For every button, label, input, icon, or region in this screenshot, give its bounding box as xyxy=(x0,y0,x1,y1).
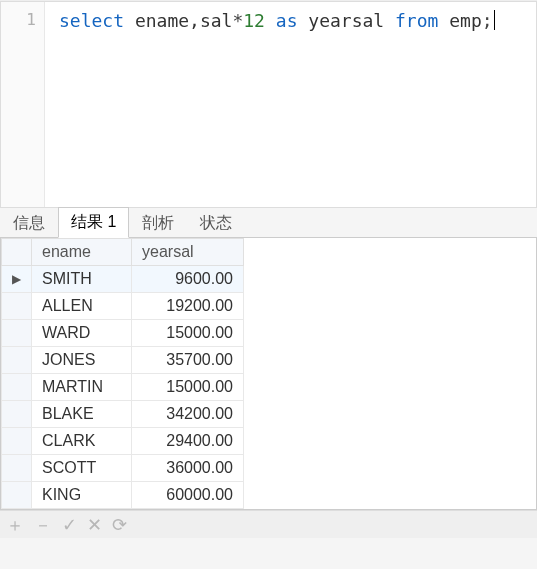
row-marker xyxy=(2,401,32,428)
table-row[interactable]: CLARK29400.00 xyxy=(2,428,244,455)
cell-ename[interactable]: MARTIN xyxy=(32,374,132,401)
plus-icon[interactable]: ＋ xyxy=(6,516,24,534)
cell-yearsal[interactable]: 15000.00 xyxy=(132,374,244,401)
row-marker xyxy=(2,428,32,455)
row-marker xyxy=(2,347,32,374)
row-marker xyxy=(2,374,32,401)
cell-yearsal[interactable]: 29400.00 xyxy=(132,428,244,455)
cell-ename[interactable]: BLAKE xyxy=(32,401,132,428)
punct-star: * xyxy=(232,10,243,31)
check-icon[interactable]: ✓ xyxy=(62,516,77,534)
table-row[interactable]: BLAKE34200.00 xyxy=(2,401,244,428)
cell-ename[interactable]: ALLEN xyxy=(32,293,132,320)
result-tabs: 信息结果 1剖析状态 xyxy=(0,208,537,238)
row-marker xyxy=(2,320,32,347)
tab-1[interactable]: 结果 1 xyxy=(58,207,129,238)
cell-yearsal[interactable]: 60000.00 xyxy=(132,482,244,509)
col-header-yearsal[interactable]: yearsal xyxy=(132,239,244,266)
num-12: 12 xyxy=(243,10,265,31)
cell-yearsal[interactable]: 15000.00 xyxy=(132,320,244,347)
grid-footer-toolbar: ＋－✓✕⟳ xyxy=(0,510,537,538)
row-marker xyxy=(2,293,32,320)
table-row[interactable]: KING60000.00 xyxy=(2,482,244,509)
ident-table: emp xyxy=(449,10,482,31)
results-grid[interactable]: ename yearsal ▶SMITH9600.00ALLEN19200.00… xyxy=(1,238,244,509)
kw-select: select xyxy=(59,10,124,31)
sql-editor[interactable]: 1 select ename,sal*12 as yearsal from em… xyxy=(0,2,537,208)
row-marker: ▶ xyxy=(2,266,32,293)
tab-3[interactable]: 状态 xyxy=(187,208,245,238)
cell-ename[interactable]: CLARK xyxy=(32,428,132,455)
line-number: 1 xyxy=(1,10,36,29)
cell-yearsal[interactable]: 36000.00 xyxy=(132,455,244,482)
col-header-ename[interactable]: ename xyxy=(32,239,132,266)
cell-yearsal[interactable]: 19200.00 xyxy=(132,293,244,320)
text-cursor xyxy=(494,10,495,30)
punct-semi: ; xyxy=(482,10,493,31)
cell-ename[interactable]: SCOTT xyxy=(32,455,132,482)
cell-yearsal[interactable]: 34200.00 xyxy=(132,401,244,428)
minus-icon[interactable]: － xyxy=(34,516,52,534)
results-pane: ename yearsal ▶SMITH9600.00ALLEN19200.00… xyxy=(0,238,537,510)
refresh-icon[interactable]: ⟳ xyxy=(112,516,127,534)
cell-ename[interactable]: JONES xyxy=(32,347,132,374)
table-row[interactable]: SCOTT36000.00 xyxy=(2,455,244,482)
cell-ename[interactable]: KING xyxy=(32,482,132,509)
cross-icon[interactable]: ✕ xyxy=(87,516,102,534)
cell-yearsal[interactable]: 35700.00 xyxy=(132,347,244,374)
ident-fields: ename,sal xyxy=(135,10,233,31)
tab-2[interactable]: 剖析 xyxy=(129,208,187,238)
line-gutter: 1 xyxy=(1,2,45,207)
row-marker-header xyxy=(2,239,32,266)
cell-ename[interactable]: WARD xyxy=(32,320,132,347)
cell-ename[interactable]: SMITH xyxy=(32,266,132,293)
cell-yearsal[interactable]: 9600.00 xyxy=(132,266,244,293)
table-row[interactable]: JONES35700.00 xyxy=(2,347,244,374)
table-row[interactable]: MARTIN15000.00 xyxy=(2,374,244,401)
table-row[interactable]: ▶SMITH9600.00 xyxy=(2,266,244,293)
ident-alias: yearsal xyxy=(308,10,384,31)
row-marker xyxy=(2,482,32,509)
tab-0[interactable]: 信息 xyxy=(0,208,58,238)
row-marker xyxy=(2,455,32,482)
sql-code[interactable]: select ename,sal*12 as yearsal from emp; xyxy=(45,2,536,207)
kw-as: as xyxy=(276,10,298,31)
table-row[interactable]: ALLEN19200.00 xyxy=(2,293,244,320)
kw-from: from xyxy=(395,10,438,31)
table-row[interactable]: WARD15000.00 xyxy=(2,320,244,347)
